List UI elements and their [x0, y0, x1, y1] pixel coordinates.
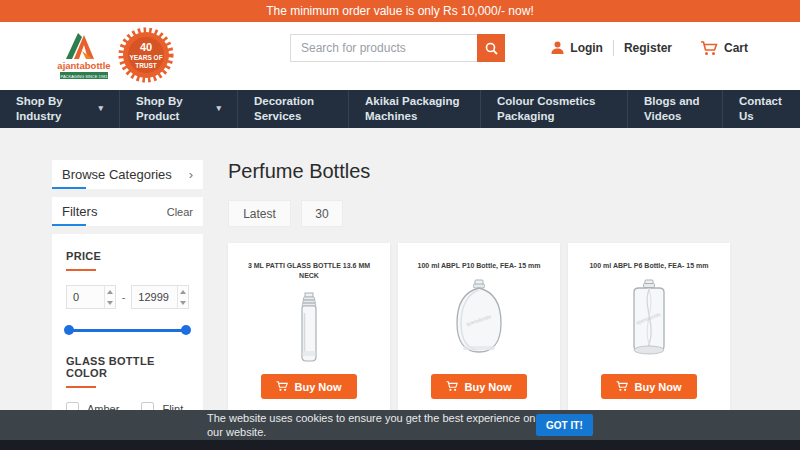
cookie-banner: The website uses cookies to ensure you g… — [0, 410, 800, 440]
filter-panel: PRICE - — [52, 234, 203, 422]
content-area: Browse Categories › Filters Clear PRICE — [0, 128, 800, 450]
nav-label: Decoration Services — [254, 94, 332, 124]
register-link[interactable]: Register — [624, 41, 672, 55]
cart-link[interactable]: Cart — [700, 41, 748, 56]
price-min-stepper[interactable] — [104, 286, 115, 308]
price-inputs: - — [66, 285, 189, 309]
accent-underline — [52, 187, 86, 189]
nav-contact-us[interactable]: Contact Us — [723, 90, 800, 128]
buy-now-label: Buy Now — [464, 381, 511, 393]
nav-label: Contact Us — [739, 94, 784, 124]
stepper-up-icon — [180, 290, 186, 294]
logo-tagline: PACKAGING SINCE 1981 — [61, 74, 109, 79]
product-image — [228, 285, 390, 371]
nav-decoration-services[interactable]: Decoration Services — [238, 90, 349, 128]
clear-filters-button[interactable]: Clear — [167, 206, 193, 218]
site-logo[interactable]: ajantabottle PACKAGING SINCE 1981 — [52, 29, 116, 83]
logo-graphic: ajantabottle PACKAGING SINCE 1981 — [52, 29, 116, 83]
nav-shop-by-product[interactable]: Shop By Product ▾ — [120, 90, 238, 128]
nav-label: Shop By Industry — [16, 94, 92, 124]
nav-shop-by-industry[interactable]: Shop By Industry ▾ — [0, 90, 120, 128]
buy-now-button[interactable]: Buy Now — [601, 374, 697, 399]
bottle-image: ajantabottle — [626, 278, 672, 358]
site-header: ajantabottle PACKAGING SINCE 1981 40 YEA… — [0, 22, 800, 90]
browse-categories[interactable]: Browse Categories › — [52, 160, 203, 189]
product-card[interactable]: 100 ml ABPL P6 Bottle, FEA- 15 mm ajanta… — [568, 243, 730, 411]
bottle-image: ajantabottle — [451, 278, 507, 358]
price-range-separator: - — [122, 291, 126, 303]
trust-badge: 40 YEARS OF TRUST — [118, 27, 174, 83]
product-grid: 3 ML PATTI GLASS BOTTLE 13.6 MM NECK — [228, 243, 772, 411]
nav-label: Colour Cosmetics Packaging — [497, 94, 611, 124]
browse-categories-title: Browse Categories — [62, 167, 172, 182]
price-min-box — [66, 285, 116, 309]
stepper-up-icon — [107, 290, 113, 294]
user-icon — [551, 41, 564, 55]
account-links: Login Register Cart — [551, 40, 748, 56]
price-min-input[interactable] — [67, 286, 104, 308]
divider — [613, 40, 614, 56]
main-nav: Shop By Industry ▾ Shop By Product ▾ Dec… — [0, 90, 800, 128]
sort-row: Latest 30 — [228, 200, 772, 227]
product-title: 100 ml ABPL P10 Bottle, FEA- 15 mm — [408, 261, 550, 271]
search-input[interactable] — [290, 34, 477, 62]
product-card[interactable]: 3 ML PATTI GLASS BOTTLE 13.6 MM NECK — [228, 243, 390, 411]
filters-title: Filters — [62, 204, 97, 219]
page: The minimum order value is only Rs 10,00… — [0, 0, 800, 450]
register-label: Register — [624, 41, 672, 55]
slider-handle-min[interactable] — [64, 325, 74, 335]
login-label: Login — [570, 41, 603, 55]
nav-blogs-and-videos[interactable]: Blogs and Videos — [628, 90, 723, 128]
stepper-down-icon — [180, 301, 186, 305]
page-size-dropdown[interactable]: 30 — [301, 200, 343, 227]
product-card[interactable]: 100 ml ABPL P10 Bottle, FEA- 15 mm ajant… — [398, 243, 560, 411]
footer-strip — [0, 440, 800, 450]
badge-number: 40 — [140, 41, 152, 53]
product-image: ajantabottle — [568, 275, 730, 361]
price-max-input[interactable] — [132, 286, 177, 308]
buy-now-label: Buy Now — [634, 381, 681, 393]
badge-line3: TRUST — [135, 62, 157, 69]
price-max-box — [131, 285, 189, 309]
cart-icon — [700, 41, 718, 56]
caret-down-icon: ▾ — [216, 103, 221, 115]
promo-banner: The minimum order value is only Rs 10,00… — [0, 0, 800, 22]
filters-header: Filters Clear — [52, 197, 203, 226]
nav-label: Shop By Product — [136, 94, 210, 124]
sort-value: Latest — [243, 207, 276, 221]
slider-handle-max[interactable] — [181, 325, 191, 335]
product-title: 100 ml ABPL P6 Bottle, FEA- 15 mm — [578, 261, 720, 271]
logo-wordmark: ajantabottle — [57, 60, 110, 71]
price-range-slider[interactable] — [66, 325, 189, 335]
accent-underline — [52, 224, 86, 226]
color-filter-label: GLASS BOTTLE COLOR — [66, 355, 189, 379]
accent-underline — [66, 386, 96, 388]
buy-cart-icon — [446, 381, 458, 392]
product-image: ajantabottle — [398, 275, 560, 361]
search-bar — [290, 34, 505, 62]
buy-now-button[interactable]: Buy Now — [261, 374, 357, 399]
nav-label: Akikai Packaging Machines — [365, 94, 464, 124]
nav-akikai-packaging-machines[interactable]: Akikai Packaging Machines — [349, 90, 481, 128]
product-listing: Perfume Bottles Latest 30 3 ML PATTI GLA… — [228, 128, 772, 450]
badge-line2: YEARS OF — [129, 54, 162, 61]
search-icon — [485, 42, 498, 55]
sidebar: Browse Categories › Filters Clear PRICE — [52, 160, 203, 422]
buy-cart-icon — [616, 381, 628, 392]
bottle-image — [292, 291, 326, 365]
buy-now-label: Buy Now — [294, 381, 341, 393]
nav-colour-cosmetics-packaging[interactable]: Colour Cosmetics Packaging — [481, 90, 628, 128]
page-size-value: 30 — [315, 207, 328, 221]
page-title: Perfume Bottles — [228, 160, 772, 183]
caret-down-icon: ▾ — [98, 103, 103, 115]
cart-label: Cart — [724, 41, 748, 55]
search-button[interactable] — [477, 34, 505, 62]
buy-now-button[interactable]: Buy Now — [431, 374, 527, 399]
stepper-down-icon — [107, 301, 113, 305]
price-filter-label: PRICE — [66, 250, 189, 262]
login-link[interactable]: Login — [551, 41, 603, 55]
price-max-stepper[interactable] — [177, 286, 188, 308]
sort-dropdown[interactable]: Latest — [228, 200, 291, 227]
buy-cart-icon — [276, 381, 288, 392]
cookie-accept-button[interactable]: GOT IT! — [536, 414, 593, 436]
